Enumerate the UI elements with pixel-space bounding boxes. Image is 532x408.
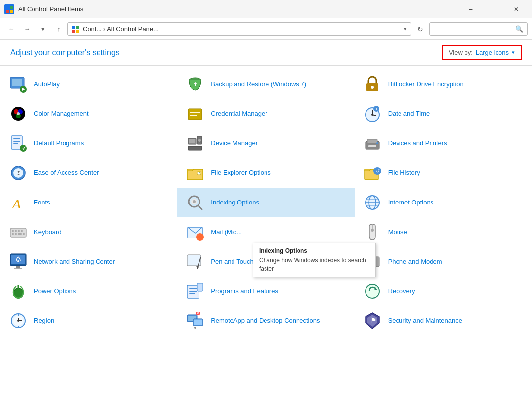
item-autoplay[interactable]: AutoPlay <box>0 69 177 99</box>
svg-text:⏱: ⏱ <box>16 170 21 176</box>
svg-rect-92 <box>373 261 375 263</box>
item-mouse[interactable]: Mouse <box>355 217 532 247</box>
svg-text:✕: ✕ <box>197 312 200 315</box>
svg-rect-32 <box>13 141 20 142</box>
svg-rect-71 <box>21 230 23 232</box>
fileexp-icon: ✓ <box>185 163 205 183</box>
datetime-icon: + <box>363 104 382 124</box>
item-fileexp[interactable]: ✓File Explorer Options <box>177 158 354 188</box>
svg-rect-100 <box>197 283 203 291</box>
svg-point-61 <box>193 200 196 203</box>
svg-rect-31 <box>13 138 20 139</box>
network-icon <box>8 252 28 272</box>
svg-rect-98 <box>189 291 197 292</box>
autoplay-label: AutoPlay <box>34 80 60 89</box>
bitlocker-label: BitLocker Drive Encryption <box>388 80 464 89</box>
item-fonts[interactable]: AFonts <box>0 188 177 217</box>
fileexp-label: File Explorer Options <box>211 169 270 177</box>
indexing-label: Indexing Options <box>211 199 259 207</box>
items-grid: AutoPlay⬆Backup and Restore (Windows 7)B… <box>0 66 532 340</box>
maximize-button[interactable]: ☐ <box>482 1 505 17</box>
devicemgr-icon <box>185 134 205 153</box>
svg-point-109 <box>17 320 19 322</box>
item-backup[interactable]: ⬆Backup and Restore (Windows 7) <box>177 69 354 99</box>
up-button[interactable]: ↑ <box>52 22 66 36</box>
forward-button[interactable]: → <box>20 22 34 36</box>
svg-point-44 <box>376 142 378 144</box>
close-button[interactable]: ✕ <box>505 1 528 17</box>
item-internet[interactable]: Internet Options <box>355 188 532 217</box>
pen-label: Pen and Touch <box>211 258 254 266</box>
search-box[interactable]: 🔍 <box>429 22 528 36</box>
svg-rect-40 <box>188 146 202 150</box>
credential-label: Credential Manager <box>211 110 267 118</box>
svg-rect-43 <box>368 145 376 147</box>
item-filehist[interactable]: ↺File History <box>355 158 532 188</box>
svg-rect-97 <box>189 288 197 289</box>
security-icon: ⚑ <box>363 311 382 331</box>
svg-rect-4 <box>72 26 75 29</box>
internet-icon <box>363 193 382 212</box>
item-phone[interactable]: Phone and Modem <box>355 247 532 276</box>
bitlocker-icon <box>363 74 382 94</box>
item-remote[interactable]: ✕RemoteApp and Desktop Connections <box>177 306 354 336</box>
dropdown-button[interactable]: ▾ <box>36 22 50 36</box>
item-bitlocker[interactable]: BitLocker Drive Encryption <box>355 69 532 99</box>
item-power[interactable]: Power Options <box>0 276 177 306</box>
item-recovery[interactable]: Recovery <box>355 276 532 306</box>
svg-text:↺: ↺ <box>375 168 380 174</box>
item-network[interactable]: Network and Sharing Center <box>0 247 177 276</box>
item-devicemgr[interactable]: Device Manager <box>177 129 354 158</box>
ease-label: Ease of Access Center <box>34 169 99 177</box>
svg-rect-93 <box>367 258 368 259</box>
item-indexing[interactable]: Indexing Options <box>177 188 354 217</box>
svg-point-101 <box>366 284 379 298</box>
item-color[interactable]: Color Management <box>0 99 177 129</box>
item-default[interactable]: ✓Default Programs <box>0 129 177 158</box>
svg-point-114 <box>194 327 196 329</box>
internet-label: Internet Options <box>388 199 434 207</box>
back-button[interactable]: ← <box>4 22 18 36</box>
item-security[interactable]: ⚑Security and Maintenance <box>355 306 532 336</box>
svg-point-15 <box>371 86 374 89</box>
item-keyboard[interactable]: Keyboard <box>0 217 177 247</box>
svg-rect-6 <box>72 30 75 33</box>
pen-icon <box>185 252 205 272</box>
items-area[interactable]: AutoPlay⬆Backup and Restore (Windows 7)B… <box>0 66 532 408</box>
phone-label: Phone and Modem <box>388 258 442 266</box>
svg-point-77 <box>196 233 204 241</box>
credential-icon <box>185 104 205 124</box>
address-field[interactable]: Cont... › All Control Pane... ▾ <box>67 22 411 36</box>
power-label: Power Options <box>34 287 76 296</box>
view-by-selector[interactable]: View by: Large icons ▾ <box>442 45 522 60</box>
svg-text:✓: ✓ <box>198 171 201 175</box>
item-devicesprn[interactable]: Devices and Printers <box>355 129 532 158</box>
svg-point-80 <box>371 229 374 232</box>
remote-icon: ✕ <box>185 311 205 331</box>
svg-rect-37 <box>189 139 195 143</box>
header-bar: Adjust your computer's settings View by:… <box>0 40 532 66</box>
svg-rect-22 <box>190 112 200 113</box>
region-icon <box>8 311 28 331</box>
item-credential[interactable]: Credential Manager <box>177 99 354 129</box>
window-controls: – ☐ ✕ <box>460 1 528 17</box>
item-ease[interactable]: ⏱Ease of Access Center <box>0 158 177 188</box>
svg-rect-69 <box>15 230 17 232</box>
svg-rect-0 <box>6 6 9 9</box>
page-title: Adjust your computer's settings <box>10 48 442 57</box>
svg-rect-42 <box>367 139 377 143</box>
svg-rect-2 <box>6 10 9 13</box>
item-pen[interactable]: Pen and Touch <box>177 247 354 276</box>
view-by-value[interactable]: Large icons <box>476 49 509 56</box>
minimize-button[interactable]: – <box>460 1 482 17</box>
color-label: Color Management <box>34 110 89 118</box>
item-mail[interactable]: !Mail (Mic... <box>177 217 354 247</box>
default-label: Default Programs <box>34 139 84 148</box>
svg-text:+: + <box>375 107 378 111</box>
item-programs[interactable]: Programs and Features <box>177 276 354 306</box>
svg-rect-21 <box>188 109 202 120</box>
refresh-button[interactable]: ↻ <box>413 22 427 36</box>
item-datetime[interactable]: +Date and Time <box>355 99 532 129</box>
item-region[interactable]: Region <box>0 306 177 336</box>
address-bar: ← → ▾ ↑ Cont... › All Control Pane... ▾ … <box>0 18 532 40</box>
